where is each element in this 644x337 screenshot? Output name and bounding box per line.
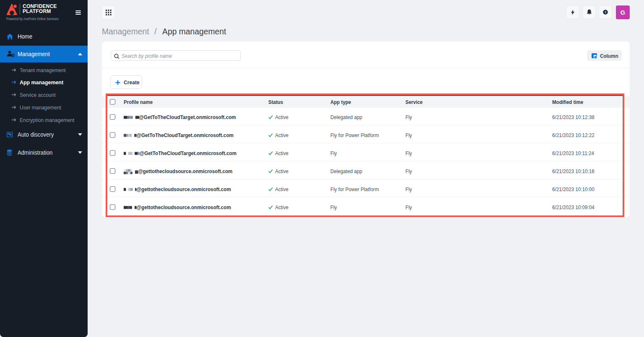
svg-text:?: ? (605, 10, 607, 14)
